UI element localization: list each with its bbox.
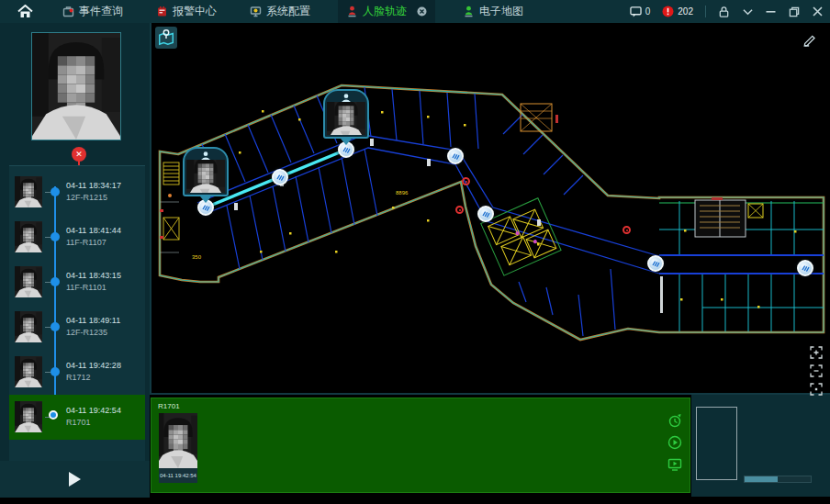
- selected-event-panel[interactable]: R1701 04-11 19:42:54: [151, 398, 690, 493]
- event-time: 04-11 18:49:11: [66, 316, 120, 325]
- timeline-event-row[interactable]: 04-11 18:34:17 12F-R1215: [9, 170, 145, 215]
- track-point-marker[interactable]: [797, 260, 813, 276]
- replay-button[interactable]: [667, 413, 682, 428]
- detection-popup[interactable]: [183, 147, 229, 203]
- timeline-node: [49, 410, 58, 420]
- event-query-icon: [62, 6, 74, 17]
- event-list: 04-11 18:34:17 12F-R1215 04-11 18:41:44 …: [9, 170, 145, 440]
- track-point-marker[interactable]: [647, 255, 664, 272]
- alarm-center-icon: [156, 6, 168, 17]
- event-location: 12F-R1235: [66, 328, 120, 337]
- preview-placeholder: [696, 407, 737, 480]
- snapshot-time: 04-11 19:42:54: [159, 468, 197, 483]
- dropdown-button[interactable]: [743, 8, 753, 16]
- tab-system-config[interactable]: 系统配置: [244, 0, 316, 23]
- message-count: 0: [645, 6, 651, 17]
- person-icon: [327, 92, 365, 102]
- event-time: 04-11 19:42:54: [66, 406, 121, 415]
- zoom-reset-button[interactable]: [810, 383, 823, 396]
- timeline-event-row[interactable]: 04-11 19:42:54 R1701: [9, 395, 145, 440]
- track-point-marker[interactable]: [272, 169, 288, 185]
- timeline-node: [50, 232, 60, 241]
- face-track-window: 事件查询 报警中心 系统配置 人脸: [0, 0, 830, 504]
- alarm-point-icon: [622, 226, 631, 234]
- home-button[interactable]: [15, 3, 35, 21]
- restore-button[interactable]: [789, 6, 800, 17]
- event-time: 04-11 19:42:28: [66, 361, 121, 370]
- event-location: R1712: [66, 373, 121, 382]
- lock-button[interactable]: [718, 6, 730, 17]
- progress-bar[interactable]: [744, 476, 812, 483]
- tab-label: 事件查询: [79, 4, 123, 19]
- event-location: 11F-R1107: [66, 238, 121, 247]
- popup-photo: [186, 160, 225, 193]
- popup-tail: [341, 139, 352, 145]
- close-tab-icon[interactable]: [417, 6, 427, 17]
- target-person-photo: [31, 32, 121, 140]
- map-pin-icon: [157, 28, 175, 47]
- snapshot-card[interactable]: 04-11 19:42:54: [159, 413, 197, 483]
- timeline-event-row[interactable]: 04-11 18:41:44 11F-R1107: [9, 215, 145, 260]
- timeline-node: [50, 187, 60, 196]
- event-location: R1701: [66, 418, 121, 427]
- track-point-marker[interactable]: [477, 206, 494, 222]
- event-thumbnail: [15, 266, 42, 297]
- track-point-marker[interactable]: [447, 148, 464, 164]
- minimize-icon: [766, 6, 776, 17]
- snapshot-photo: [159, 413, 197, 468]
- event-location: 11F-R1101: [66, 283, 121, 292]
- selected-room-label: R1701: [158, 402, 180, 410]
- tab-face-track[interactable]: 人脸轨迹: [338, 0, 435, 23]
- timeline-event-row[interactable]: 04-11 18:49:11 12F-R1235: [9, 305, 145, 350]
- minimize-button[interactable]: [766, 6, 776, 17]
- lock-icon: [718, 6, 730, 17]
- tab-alarm-center[interactable]: 报警中心: [151, 0, 222, 23]
- preview-panel: [691, 395, 830, 497]
- map-edit-button[interactable]: [802, 30, 819, 47]
- floor-plan-map[interactable]: 8896350: [150, 23, 830, 395]
- close-icon: [813, 6, 823, 17]
- tab-label: 系统配置: [266, 4, 310, 19]
- zoom-in-button[interactable]: [810, 346, 823, 359]
- live-view-button[interactable]: [667, 457, 682, 472]
- detection-popup[interactable]: [323, 89, 369, 145]
- alarm-badge-icon: [662, 6, 674, 17]
- person-icon: [186, 150, 225, 160]
- event-time: 04-11 18:43:15: [66, 271, 121, 280]
- remove-target-pin[interactable]: ✕: [72, 147, 86, 162]
- message-indicator[interactable]: 0: [630, 6, 651, 17]
- event-thumbnail: [15, 401, 42, 432]
- timeline-node: [50, 277, 60, 286]
- alarm-point-icon: [455, 206, 464, 214]
- close-button[interactable]: [813, 6, 823, 17]
- map-select-button[interactable]: [155, 27, 177, 49]
- event-thumbnail: [15, 176, 42, 207]
- popup-tail: [200, 196, 211, 203]
- face-track-icon: [346, 6, 358, 17]
- title-bar: 事件查询 报警中心 系统配置 人脸: [0, 0, 830, 23]
- event-thumbnail: [15, 221, 42, 252]
- track-timeline: 04-11 18:34:17 12F-R1215 04-11 18:41:44 …: [9, 165, 145, 461]
- timeline-event-row[interactable]: 04-11 19:42:28 R1712: [9, 350, 145, 395]
- alarm-count: 202: [678, 6, 693, 17]
- alarm-indicator[interactable]: 202: [662, 6, 693, 17]
- event-thumbnail: [15, 311, 42, 342]
- system-config-icon: [250, 6, 262, 17]
- tab-label: 电子地图: [479, 4, 523, 19]
- tab-e-map[interactable]: 电子地图: [457, 0, 529, 23]
- e-map-icon: [463, 6, 475, 17]
- track-sidebar: ✕ 04-11 18:34:17 12F-R1215 04-11 18:41:4…: [0, 23, 150, 497]
- zoom-out-button[interactable]: [810, 364, 823, 377]
- progress-fill: [745, 476, 778, 482]
- tab-event-query[interactable]: 事件查询: [57, 0, 129, 23]
- tab-label: 人脸轨迹: [363, 4, 407, 19]
- tab-label: 报警中心: [173, 4, 217, 19]
- playback-actions: [667, 413, 682, 472]
- restore-icon: [789, 6, 800, 17]
- event-thumbnail: [15, 356, 42, 387]
- play-video-button[interactable]: [667, 435, 682, 450]
- timeline-event-row[interactable]: 04-11 18:43:15 11F-R1101: [9, 260, 145, 305]
- popup-photo: [327, 102, 365, 135]
- play-button[interactable]: [69, 472, 81, 487]
- chevron-down-icon: [743, 8, 753, 16]
